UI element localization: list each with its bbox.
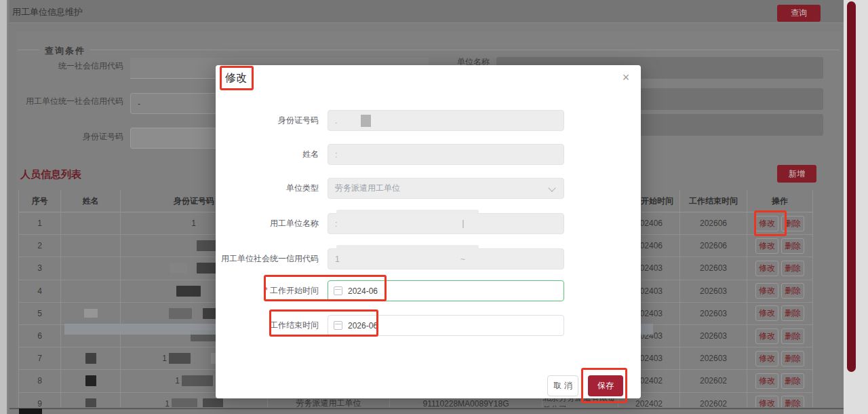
app-screen: 用工单位信息维护 查询 查询条件 统一社会信用代码 用工单位统一社会信用代码 -…	[0, 0, 868, 414]
modal-credit-code-value: 1	[335, 255, 340, 264]
cancel-button[interactable]: 取 消	[547, 375, 578, 396]
modal-end-time-label: 工作结束时间	[216, 315, 319, 336]
modal-unit-name-value: :	[335, 219, 337, 229]
redaction-tick	[462, 220, 464, 228]
modal-start-time-label-text: 工作开始时间	[270, 286, 319, 295]
modal-id-input: .	[328, 110, 564, 131]
end-time-date-input[interactable]: 2026-06	[328, 315, 564, 336]
redaction-smudge	[336, 245, 479, 250]
redaction-char: ~	[460, 255, 465, 264]
modal-unit-type-value: 劳务派遣用工单位	[335, 183, 400, 194]
modal-name-value: :	[335, 150, 337, 159]
modal-start-time-label: *工作开始时间	[216, 280, 319, 301]
calendar-icon	[334, 286, 342, 295]
redaction-smudge	[336, 210, 479, 215]
required-asterisk: *	[264, 286, 268, 295]
modal-unit-name-input: :	[328, 213, 564, 234]
modal-name-label: 姓名	[216, 144, 319, 165]
start-time-date-input[interactable]: 2024-06	[328, 280, 564, 301]
modal-id-value: .	[335, 116, 337, 126]
modify-dialog: 修改 × 身份证号码 . 姓名 : 单位类型 劳务派遣用工单位 用工单位名称 :…	[216, 65, 641, 398]
close-icon[interactable]: ×	[618, 71, 633, 85]
save-button[interactable]: 保存	[588, 375, 623, 396]
modal-unit-type-select: 劳务派遣用工单位	[328, 178, 564, 199]
modal-unit-name-label: 用工单位名称	[216, 213, 319, 234]
modal-credit-code-label: 用工单位社会统一信用代码	[216, 248, 319, 269]
modal-credit-code-input: 1 ~	[328, 248, 564, 269]
dialog-title: 修改	[225, 71, 247, 86]
start-time-value: 2024-06	[348, 286, 378, 296]
modal-id-label: 身份证号码	[216, 110, 319, 131]
calendar-icon	[334, 321, 342, 330]
redaction-blob	[361, 115, 371, 127]
modal-name-input: :	[328, 144, 564, 165]
end-time-value: 2026-06	[348, 321, 378, 331]
modal-unit-type-label: 单位类型	[216, 178, 319, 199]
chevron-down-icon	[548, 184, 555, 191]
